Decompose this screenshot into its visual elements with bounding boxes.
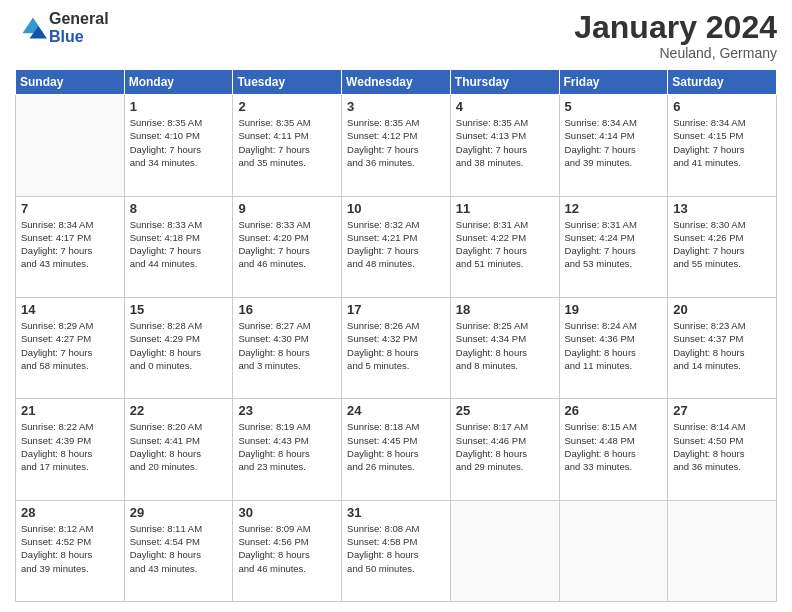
day-cell: 30Sunrise: 8:09 AMSunset: 4:56 PMDayligh… — [233, 500, 342, 601]
day-number: 14 — [21, 302, 119, 317]
day-number: 7 — [21, 201, 119, 216]
day-info: Sunrise: 8:09 AMSunset: 4:56 PMDaylight:… — [238, 522, 336, 575]
day-cell: 20Sunrise: 8:23 AMSunset: 4:37 PMDayligh… — [668, 297, 777, 398]
day-info: Sunrise: 8:32 AMSunset: 4:21 PMDaylight:… — [347, 218, 445, 271]
day-info: Sunrise: 8:12 AMSunset: 4:52 PMDaylight:… — [21, 522, 119, 575]
day-number: 13 — [673, 201, 771, 216]
week-row-2: 7Sunrise: 8:34 AMSunset: 4:17 PMDaylight… — [16, 196, 777, 297]
day-number: 1 — [130, 99, 228, 114]
day-number: 17 — [347, 302, 445, 317]
day-info: Sunrise: 8:30 AMSunset: 4:26 PMDaylight:… — [673, 218, 771, 271]
day-number: 20 — [673, 302, 771, 317]
logo-general: General — [49, 10, 109, 28]
day-cell: 9Sunrise: 8:33 AMSunset: 4:20 PMDaylight… — [233, 196, 342, 297]
col-monday: Monday — [124, 70, 233, 95]
day-number: 24 — [347, 403, 445, 418]
day-info: Sunrise: 8:25 AMSunset: 4:34 PMDaylight:… — [456, 319, 554, 372]
month-title: January 2024 — [574, 10, 777, 45]
calendar-header: Sunday Monday Tuesday Wednesday Thursday… — [16, 70, 777, 95]
day-cell: 3Sunrise: 8:35 AMSunset: 4:12 PMDaylight… — [342, 95, 451, 196]
day-number: 27 — [673, 403, 771, 418]
day-cell: 18Sunrise: 8:25 AMSunset: 4:34 PMDayligh… — [450, 297, 559, 398]
day-number: 22 — [130, 403, 228, 418]
day-info: Sunrise: 8:15 AMSunset: 4:48 PMDaylight:… — [565, 420, 663, 473]
day-cell: 7Sunrise: 8:34 AMSunset: 4:17 PMDaylight… — [16, 196, 125, 297]
day-cell — [16, 95, 125, 196]
day-cell — [450, 500, 559, 601]
day-cell: 12Sunrise: 8:31 AMSunset: 4:24 PMDayligh… — [559, 196, 668, 297]
day-info: Sunrise: 8:35 AMSunset: 4:12 PMDaylight:… — [347, 116, 445, 169]
day-number: 30 — [238, 505, 336, 520]
day-info: Sunrise: 8:34 AMSunset: 4:15 PMDaylight:… — [673, 116, 771, 169]
day-info: Sunrise: 8:35 AMSunset: 4:10 PMDaylight:… — [130, 116, 228, 169]
day-info: Sunrise: 8:35 AMSunset: 4:13 PMDaylight:… — [456, 116, 554, 169]
day-info: Sunrise: 8:31 AMSunset: 4:24 PMDaylight:… — [565, 218, 663, 271]
day-cell: 6Sunrise: 8:34 AMSunset: 4:15 PMDaylight… — [668, 95, 777, 196]
day-cell: 2Sunrise: 8:35 AMSunset: 4:11 PMDaylight… — [233, 95, 342, 196]
day-number: 25 — [456, 403, 554, 418]
col-tuesday: Tuesday — [233, 70, 342, 95]
day-info: Sunrise: 8:27 AMSunset: 4:30 PMDaylight:… — [238, 319, 336, 372]
day-number: 23 — [238, 403, 336, 418]
day-number: 21 — [21, 403, 119, 418]
day-number: 12 — [565, 201, 663, 216]
day-info: Sunrise: 8:29 AMSunset: 4:27 PMDaylight:… — [21, 319, 119, 372]
col-sunday: Sunday — [16, 70, 125, 95]
col-wednesday: Wednesday — [342, 70, 451, 95]
week-row-1: 1Sunrise: 8:35 AMSunset: 4:10 PMDaylight… — [16, 95, 777, 196]
day-cell: 8Sunrise: 8:33 AMSunset: 4:18 PMDaylight… — [124, 196, 233, 297]
day-info: Sunrise: 8:35 AMSunset: 4:11 PMDaylight:… — [238, 116, 336, 169]
day-number: 11 — [456, 201, 554, 216]
day-info: Sunrise: 8:33 AMSunset: 4:20 PMDaylight:… — [238, 218, 336, 271]
day-number: 18 — [456, 302, 554, 317]
day-info: Sunrise: 8:20 AMSunset: 4:41 PMDaylight:… — [130, 420, 228, 473]
day-cell — [559, 500, 668, 601]
logo-blue: Blue — [49, 28, 109, 46]
day-number: 19 — [565, 302, 663, 317]
day-cell: 10Sunrise: 8:32 AMSunset: 4:21 PMDayligh… — [342, 196, 451, 297]
day-cell: 25Sunrise: 8:17 AMSunset: 4:46 PMDayligh… — [450, 399, 559, 500]
day-cell: 24Sunrise: 8:18 AMSunset: 4:45 PMDayligh… — [342, 399, 451, 500]
day-cell: 17Sunrise: 8:26 AMSunset: 4:32 PMDayligh… — [342, 297, 451, 398]
day-info: Sunrise: 8:14 AMSunset: 4:50 PMDaylight:… — [673, 420, 771, 473]
day-cell: 11Sunrise: 8:31 AMSunset: 4:22 PMDayligh… — [450, 196, 559, 297]
day-info: Sunrise: 8:19 AMSunset: 4:43 PMDaylight:… — [238, 420, 336, 473]
day-cell: 22Sunrise: 8:20 AMSunset: 4:41 PMDayligh… — [124, 399, 233, 500]
day-number: 15 — [130, 302, 228, 317]
day-number: 29 — [130, 505, 228, 520]
week-row-4: 21Sunrise: 8:22 AMSunset: 4:39 PMDayligh… — [16, 399, 777, 500]
day-info: Sunrise: 8:08 AMSunset: 4:58 PMDaylight:… — [347, 522, 445, 575]
day-cell: 1Sunrise: 8:35 AMSunset: 4:10 PMDaylight… — [124, 95, 233, 196]
day-cell: 31Sunrise: 8:08 AMSunset: 4:58 PMDayligh… — [342, 500, 451, 601]
page: General Blue January 2024 Neuland, Germa… — [0, 0, 792, 612]
col-friday: Friday — [559, 70, 668, 95]
day-number: 5 — [565, 99, 663, 114]
day-cell: 15Sunrise: 8:28 AMSunset: 4:29 PMDayligh… — [124, 297, 233, 398]
day-cell: 16Sunrise: 8:27 AMSunset: 4:30 PMDayligh… — [233, 297, 342, 398]
day-number: 26 — [565, 403, 663, 418]
day-info: Sunrise: 8:17 AMSunset: 4:46 PMDaylight:… — [456, 420, 554, 473]
day-cell: 14Sunrise: 8:29 AMSunset: 4:27 PMDayligh… — [16, 297, 125, 398]
day-number: 3 — [347, 99, 445, 114]
day-number: 9 — [238, 201, 336, 216]
day-number: 28 — [21, 505, 119, 520]
day-cell: 19Sunrise: 8:24 AMSunset: 4:36 PMDayligh… — [559, 297, 668, 398]
day-cell: 21Sunrise: 8:22 AMSunset: 4:39 PMDayligh… — [16, 399, 125, 500]
day-info: Sunrise: 8:34 AMSunset: 4:14 PMDaylight:… — [565, 116, 663, 169]
day-info: Sunrise: 8:31 AMSunset: 4:22 PMDaylight:… — [456, 218, 554, 271]
day-number: 6 — [673, 99, 771, 114]
day-info: Sunrise: 8:24 AMSunset: 4:36 PMDaylight:… — [565, 319, 663, 372]
header-row: Sunday Monday Tuesday Wednesday Thursday… — [16, 70, 777, 95]
day-info: Sunrise: 8:28 AMSunset: 4:29 PMDaylight:… — [130, 319, 228, 372]
day-info: Sunrise: 8:22 AMSunset: 4:39 PMDaylight:… — [21, 420, 119, 473]
logo-text: General Blue — [49, 10, 109, 45]
day-cell: 29Sunrise: 8:11 AMSunset: 4:54 PMDayligh… — [124, 500, 233, 601]
week-row-3: 14Sunrise: 8:29 AMSunset: 4:27 PMDayligh… — [16, 297, 777, 398]
day-info: Sunrise: 8:18 AMSunset: 4:45 PMDaylight:… — [347, 420, 445, 473]
header: General Blue January 2024 Neuland, Germa… — [15, 10, 777, 61]
logo: General Blue — [15, 10, 109, 45]
day-number: 16 — [238, 302, 336, 317]
day-info: Sunrise: 8:26 AMSunset: 4:32 PMDaylight:… — [347, 319, 445, 372]
day-cell: 27Sunrise: 8:14 AMSunset: 4:50 PMDayligh… — [668, 399, 777, 500]
col-thursday: Thursday — [450, 70, 559, 95]
